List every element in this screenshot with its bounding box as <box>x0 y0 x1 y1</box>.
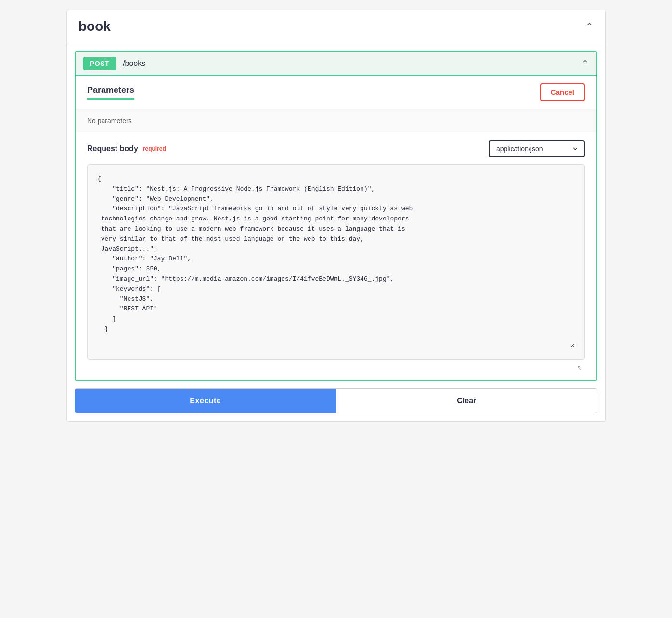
endpoint-header[interactable]: POST /books ⌃ <box>76 52 596 76</box>
endpoint-section: POST /books ⌃ Parameters Cancel No param… <box>75 51 597 381</box>
request-body-label: Request body <box>87 144 138 153</box>
method-badge: POST <box>83 57 116 70</box>
page-container: book ⌃ POST /books ⌃ Parameters Cancel N… <box>66 10 606 422</box>
parameters-title: Parameters <box>87 85 134 100</box>
code-textarea-wrapper: { "title": "Nest.js: A Progressive Node.… <box>87 164 585 360</box>
required-badge: required <box>143 145 166 152</box>
action-footer: Execute Clear <box>75 388 597 413</box>
endpoint-body: Parameters Cancel No parameters Request … <box>76 76 596 380</box>
page-header: book ⌃ <box>67 10 605 43</box>
endpoint-header-left: POST /books <box>83 57 145 70</box>
resize-handle: ⇖ <box>87 363 585 372</box>
cancel-button[interactable]: Cancel <box>540 83 585 101</box>
parameters-header: Parameters Cancel <box>87 83 585 105</box>
execute-button[interactable]: Execute <box>75 389 336 413</box>
endpoint-path: /books <box>123 59 145 68</box>
clear-button[interactable]: Clear <box>336 389 597 413</box>
page-collapse-icon[interactable]: ⌃ <box>585 22 594 31</box>
parameters-section: Parameters Cancel <box>76 76 596 105</box>
page-title: book <box>78 19 111 34</box>
no-parameters-text: No parameters <box>76 109 596 132</box>
content-type-select[interactable]: application/json application/xml text/pl… <box>489 140 585 157</box>
request-body-title: Request body required <box>87 144 166 153</box>
endpoint-collapse-icon[interactable]: ⌃ <box>582 58 589 69</box>
request-body-textarea[interactable]: { "title": "Nest.js: A Progressive Node.… <box>97 174 575 348</box>
request-body-section: Request body required application/json a… <box>76 132 596 380</box>
request-body-header: Request body required application/json a… <box>87 140 585 157</box>
